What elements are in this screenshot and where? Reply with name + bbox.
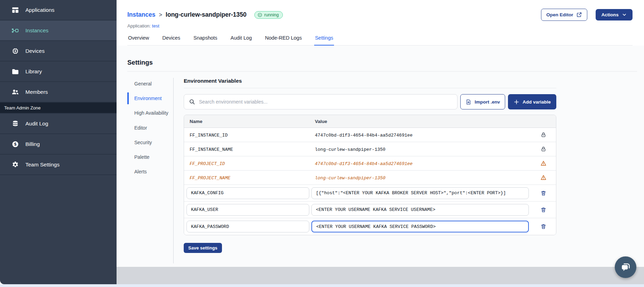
open-editor-button[interactable]: Open Editor bbox=[541, 9, 587, 21]
trash-icon bbox=[540, 207, 547, 213]
main-content: Instances > long-curlew-sandpiper-1350 r… bbox=[117, 0, 644, 284]
open-editor-label: Open Editor bbox=[546, 12, 573, 17]
env-var-row: FF_INSTANCE_ID4747c0bd-d1f3-4654-84b4-aa… bbox=[184, 128, 556, 142]
footer-band bbox=[117, 267, 644, 284]
env-var-row bbox=[184, 185, 556, 202]
tab-snapshots[interactable]: Snapshots bbox=[193, 35, 218, 46]
lock-icon bbox=[540, 146, 547, 152]
chat-bubble-icon bbox=[620, 261, 631, 273]
members-icon bbox=[11, 88, 19, 96]
sidebar-item-members[interactable]: Members bbox=[0, 82, 117, 102]
env-var-value-input[interactable] bbox=[311, 221, 529, 232]
search-icon bbox=[189, 99, 195, 105]
delete-variable-button[interactable] bbox=[540, 206, 547, 214]
settings-nav-high-availability[interactable]: High Availability bbox=[127, 107, 173, 119]
sidebar-item-billing[interactable]: $Billing bbox=[0, 134, 117, 155]
import-env-button[interactable]: Import .env bbox=[460, 94, 505, 109]
settings-nav-alerts[interactable]: Alerts bbox=[127, 166, 173, 178]
application-line: Application: test bbox=[127, 23, 633, 28]
env-var-value-input[interactable] bbox=[311, 204, 529, 216]
sidebar-item-audit-log[interactable]: Audit Log bbox=[0, 114, 117, 134]
chat-widget-button[interactable] bbox=[615, 256, 636, 278]
app-window: ApplicationsInstancesDevicesLibraryMembe… bbox=[0, 0, 644, 284]
sidebar-item-instances[interactable]: Instances bbox=[0, 20, 117, 41]
document-download-icon bbox=[466, 99, 471, 105]
actions-label: Actions bbox=[601, 12, 619, 17]
tab-node-red-logs[interactable]: Node-RED Logs bbox=[264, 35, 303, 46]
instance-tabs: OverviewDevicesSnapshotsAudit LogNode-RE… bbox=[127, 35, 633, 46]
column-header-value: Value bbox=[315, 119, 531, 124]
settings-body: GeneralEnvironmentHigh AvailabilityEdito… bbox=[127, 78, 637, 263]
env-var-name-input[interactable] bbox=[186, 204, 309, 216]
settings-nav-general[interactable]: General bbox=[127, 78, 173, 90]
env-var-name-input[interactable] bbox=[186, 187, 309, 199]
settings-nav-security[interactable]: Security bbox=[127, 137, 173, 148]
sidebar-item-label: Applications bbox=[25, 7, 55, 13]
breadcrumb: Instances > long-curlew-sandpiper-1350 r… bbox=[127, 9, 633, 21]
env-controls: Import .env Add variable bbox=[184, 94, 556, 109]
tab-audit-log[interactable]: Audit Log bbox=[230, 35, 253, 46]
billing-icon: $ bbox=[11, 140, 19, 148]
env-var-row bbox=[184, 218, 556, 235]
trash-icon bbox=[540, 190, 547, 196]
env-var-name-input[interactable] bbox=[186, 221, 309, 232]
application-label: Application: bbox=[127, 23, 151, 28]
settings-nav-editor[interactable]: Editor bbox=[127, 122, 173, 134]
sidebar-item-devices[interactable]: Devices bbox=[0, 41, 117, 62]
tab-devices[interactable]: Devices bbox=[161, 35, 181, 46]
env-var-row: FF_INSTANCE_NAMElong-curlew-sandpiper-13… bbox=[184, 142, 556, 156]
applications-icon bbox=[11, 6, 19, 14]
env-var-name: FF_INSTANCE_NAME bbox=[190, 147, 233, 152]
sidebar-item-team-settings[interactable]: Team Settings bbox=[0, 155, 117, 175]
team-admin-zone-label: Team Admin Zone bbox=[0, 102, 117, 114]
table-header-row: Name Value bbox=[184, 115, 556, 128]
tab-settings[interactable]: Settings bbox=[314, 35, 334, 46]
sidebar-item-label: Devices bbox=[25, 48, 45, 54]
page-header: Instances > long-curlew-sandpiper-1350 r… bbox=[117, 0, 644, 46]
vertical-divider bbox=[173, 78, 174, 263]
delete-variable-button[interactable] bbox=[540, 223, 547, 230]
env-var-row bbox=[184, 202, 556, 218]
plus-icon bbox=[514, 99, 519, 105]
add-variable-button[interactable]: Add variable bbox=[508, 94, 556, 109]
env-var-row: FF_PROJECT_ID4747c0bd-d1f3-4654-84b4-aa5… bbox=[184, 156, 556, 171]
settings-nav-environment[interactable]: Environment bbox=[127, 92, 173, 104]
devices-icon bbox=[11, 47, 19, 55]
window-bottom-edge bbox=[0, 284, 644, 287]
team-settings-icon bbox=[11, 161, 19, 169]
external-link-icon bbox=[576, 12, 582, 18]
trash-icon bbox=[540, 223, 547, 230]
library-icon bbox=[11, 68, 19, 75]
search-box bbox=[184, 94, 458, 109]
actions-button[interactable]: Actions bbox=[596, 9, 633, 20]
divider bbox=[184, 88, 556, 88]
settings-subnav: GeneralEnvironmentHigh AvailabilityEdito… bbox=[127, 78, 173, 263]
save-settings-button[interactable]: Save settings bbox=[184, 243, 222, 253]
status-badge: running bbox=[254, 11, 283, 19]
sidebar-item-label: Members bbox=[25, 89, 48, 95]
settings-nav-palette[interactable]: Palette bbox=[127, 151, 173, 163]
breadcrumb-instances-link[interactable]: Instances bbox=[127, 11, 156, 18]
env-var-value-input[interactable] bbox=[311, 187, 529, 199]
delete-variable-button[interactable] bbox=[540, 189, 547, 197]
tab-overview[interactable]: Overview bbox=[127, 35, 150, 46]
env-var-value: 4747c0bd-d1f3-4654-84b4-aa5d274691ee bbox=[315, 133, 413, 138]
sidebar-item-label: Library bbox=[25, 68, 42, 75]
sidebar-item-label: Audit Log bbox=[25, 121, 48, 127]
svg-text:$: $ bbox=[14, 141, 17, 146]
play-circle-icon bbox=[257, 13, 262, 17]
warning-icon bbox=[540, 174, 547, 181]
env-variables-table: Name Value FF_INSTANCE_ID4747c0bd-d1f3-4… bbox=[184, 115, 556, 235]
env-var-name: FF_INSTANCE_ID bbox=[190, 133, 228, 138]
search-input[interactable] bbox=[199, 99, 452, 105]
warning-icon bbox=[540, 160, 547, 166]
sidebar-item-applications[interactable]: Applications bbox=[0, 0, 117, 20]
add-variable-label: Add variable bbox=[523, 99, 551, 105]
column-header-name: Name bbox=[184, 119, 315, 124]
application-link[interactable]: test bbox=[152, 23, 159, 28]
sidebar-item-library[interactable]: Library bbox=[0, 62, 117, 82]
sidebar-item-label: Instances bbox=[25, 27, 48, 34]
divider bbox=[127, 71, 637, 72]
sidebar-admin-nav: Audit Log$BillingTeam Settings bbox=[0, 114, 117, 175]
breadcrumb-separator-icon: > bbox=[159, 12, 162, 18]
